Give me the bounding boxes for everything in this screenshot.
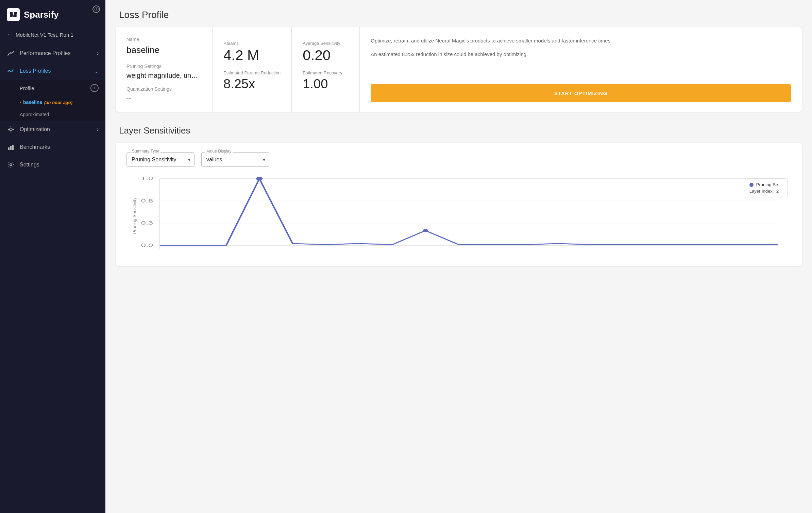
params-col: Params 4.2 M Estimated Params Reduction …	[213, 27, 292, 112]
svg-point-24	[423, 229, 428, 232]
svg-text:0.3: 0.3	[141, 220, 153, 226]
quantization-label: Quantization Settings	[126, 86, 201, 92]
name-label: Name	[126, 37, 201, 42]
layer-sensitivities-card: Summary Type Pruning Sensitivity ▾ Value…	[116, 143, 802, 266]
est-recovery-label: Estimated Recovery	[303, 70, 349, 75]
legend-label: Pruning Se...	[756, 182, 782, 187]
svg-text:0.0: 0.0	[141, 243, 153, 248]
page-title: Loss Profile	[119, 10, 798, 20]
est-params-label: Estimated Params Reduction	[223, 70, 281, 75]
avg-sensitivity-label: Average Sensitivity	[303, 41, 349, 46]
nav-section: Performance Profiles › Loss Profiles ⌄ P…	[0, 45, 105, 174]
chart-legend: Pruning Se... Layer Index: 2	[744, 178, 788, 197]
legend-item-pruning: Pruning Se...	[749, 182, 782, 187]
chart-controls: Summary Type Pruning Sensitivity ▾ Value…	[126, 152, 791, 167]
sidebar-item-label: Performance Profiles	[20, 50, 70, 56]
sub-nav-baseline[interactable]: › baseline (an hour ago)	[0, 96, 105, 108]
sidebar-item-label: Optimization	[20, 126, 50, 132]
summary-type-label: Summary Type	[131, 149, 160, 154]
sidebar-item-label: Benchmarks	[20, 144, 50, 150]
name-value: baseline	[126, 45, 201, 55]
sensitivity-col: Average Sensitivity 0.20 Estimated Recov…	[292, 27, 360, 112]
svg-rect-10	[8, 147, 10, 150]
chevron-right-icon: ›	[20, 100, 21, 105]
pruning-value: weight magnitude, unstr...	[126, 72, 201, 79]
optimization-icon	[7, 125, 15, 134]
sidebar-item-benchmarks[interactable]: Benchmarks	[0, 138, 105, 156]
approximated-label: Approximated	[20, 112, 49, 117]
svg-point-13	[10, 164, 12, 166]
sidebar-item-optimization[interactable]: Optimization ›	[0, 121, 105, 138]
sub-nav-approximated[interactable]: Approximated	[0, 108, 105, 121]
value-display-wrapper: Value Display values ▾	[201, 152, 269, 167]
description-text-1: Optimize, retrain, and utilize Neural Ma…	[371, 37, 791, 45]
y-axis-label: Pruning Sensitivity	[132, 198, 137, 234]
sensitivity-chart: 1.0 0.6 0.3 0.0	[126, 175, 791, 256]
add-profile-icon[interactable]: +	[90, 84, 99, 92]
app-logo: M	[7, 8, 20, 21]
info-icon[interactable]: ⓘ	[92, 5, 100, 13]
profile-time: (an hour ago)	[44, 100, 72, 105]
loss-profile-card: Name baseline Pruning Settings weight ma…	[116, 27, 802, 112]
layer-index-label: Layer Index:	[749, 189, 774, 194]
est-recovery-value: 1.00	[303, 77, 349, 91]
sidebar-item-label: Settings	[20, 162, 39, 168]
svg-point-23	[256, 177, 263, 180]
summary-type-wrapper: Summary Type Pruning Sensitivity ▾	[126, 152, 194, 167]
start-optimizing-button[interactable]: START OPTIMIZING	[371, 84, 791, 102]
pruning-label: Pruning Settings	[126, 64, 201, 69]
main-content: Loss Profile Name baseline Pruning Setti…	[105, 0, 812, 513]
loss-profiles-sub-nav: Profile + › baseline (an hour ago) Appro…	[0, 80, 105, 121]
sidebar: M Sparsify ⓘ ← MobileNet V1 Test, Run 1 …	[0, 0, 105, 513]
svg-text:1.0: 1.0	[141, 176, 153, 181]
profile-info-grid: Name baseline Pruning Settings weight ma…	[116, 27, 802, 112]
description-text-2: An estimated 8.25x reduction in size cou…	[371, 50, 791, 58]
params-label: Params	[223, 41, 281, 46]
sidebar-item-performance-profiles[interactable]: Performance Profiles ›	[0, 45, 105, 62]
profile-name-col: Name baseline Pruning Settings weight ma…	[116, 27, 213, 112]
settings-icon	[7, 161, 15, 169]
profile-name: baseline	[23, 100, 42, 105]
sub-nav-profile[interactable]: Profile +	[0, 80, 105, 96]
back-nav[interactable]: ← MobileNet V1 Test, Run 1	[0, 28, 105, 42]
performance-icon	[7, 49, 15, 57]
svg-point-5	[10, 128, 12, 131]
chevron-right-icon: ›	[97, 126, 99, 132]
svg-rect-11	[10, 146, 12, 150]
page-header: Loss Profile	[105, 0, 812, 27]
svg-rect-12	[12, 145, 14, 150]
chevron-right-icon: ›	[97, 50, 99, 56]
avg-sensitivity-value: 0.20	[303, 47, 349, 64]
back-arrow-icon: ←	[7, 31, 13, 38]
value-display-select[interactable]: values	[201, 152, 269, 167]
sidebar-item-settings[interactable]: Settings	[0, 156, 105, 174]
layer-index-value: 2	[776, 189, 779, 194]
chevron-down-icon: ⌄	[94, 68, 99, 74]
svg-text:0.6: 0.6	[141, 198, 153, 204]
svg-point-4	[10, 52, 12, 54]
legend-dot	[749, 183, 754, 187]
back-nav-label: MobileNet V1 Test, Run 1	[16, 32, 73, 38]
sidebar-header: M Sparsify ⓘ	[0, 0, 105, 28]
value-display-label: Value Display	[205, 149, 233, 154]
loss-icon	[7, 67, 15, 75]
legend-layer-index: Layer Index: 2	[749, 189, 782, 194]
est-params-value: 8.25x	[223, 77, 281, 91]
quantization-value: --	[126, 94, 201, 102]
app-title: Sparsify	[24, 10, 59, 20]
benchmarks-icon	[7, 143, 15, 151]
chart-area: Pruning Sensitivity 1.0 0.6 0.3 0.0	[126, 175, 791, 256]
sidebar-item-loss-profiles[interactable]: Loss Profiles ⌄	[0, 62, 105, 80]
layer-sensitivities-title: Layer Sensitivities	[105, 122, 812, 143]
sub-nav-profile-label: Profile	[20, 85, 34, 91]
params-value: 4.2 M	[223, 47, 281, 64]
summary-type-select[interactable]: Pruning Sensitivity	[126, 152, 194, 167]
description-col: Optimize, retrain, and utilize Neural Ma…	[360, 27, 802, 112]
sidebar-item-label: Loss Profiles	[20, 68, 51, 74]
